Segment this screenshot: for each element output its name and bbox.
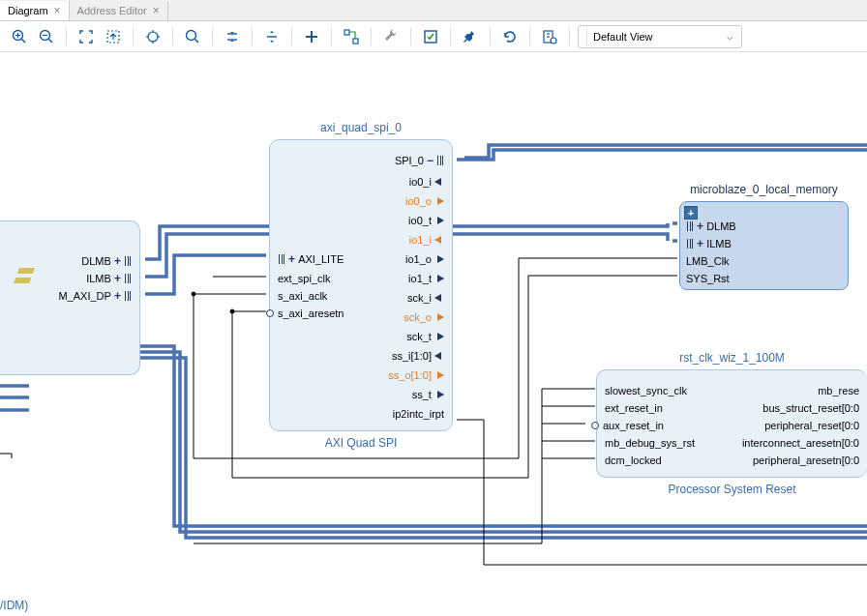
- block-caption: Processor System Reset: [597, 483, 867, 496]
- port-s-axi-aclk[interactable]: s_axi_aclk: [278, 287, 327, 305]
- port-sck-i[interactable]: sck_i: [407, 289, 444, 307]
- port-io0-t[interactable]: io0_t: [408, 212, 444, 229]
- port-s-axi-aresetn[interactable]: s_axi_aresetn: [278, 305, 344, 322]
- port-ext-spi-clk[interactable]: ext_spi_clk: [278, 270, 330, 287]
- svg-rect-20: [344, 30, 349, 35]
- port-ss-i[interactable]: ss_i[1:0]: [392, 347, 444, 365]
- footer-label: /IDM): [0, 599, 28, 612]
- svg-line-1: [22, 39, 26, 43]
- port-sck-o[interactable]: sck_o: [404, 308, 444, 326]
- block-title: axi_quad_spi_0: [270, 121, 452, 134]
- port-dcm-locked[interactable]: dcm_locked: [605, 452, 662, 469]
- expand-icon[interactable]: [260, 25, 284, 48]
- port-io1-i[interactable]: io1_i: [409, 231, 444, 249]
- settings-icon[interactable]: [538, 25, 561, 48]
- svg-point-28: [230, 309, 234, 313]
- add-icon[interactable]: [300, 25, 323, 48]
- port-io0-i[interactable]: io0_i: [409, 173, 444, 191]
- toolbar: Default View ⌵: [0, 21, 867, 52]
- svg-line-5: [49, 39, 53, 43]
- port-ext-reset-in[interactable]: ext_reset_in: [605, 399, 663, 417]
- port-dlmb[interactable]: + DLMB: [686, 218, 736, 235]
- ip-block-axi-quad-spi[interactable]: axi_quad_spi_0 AXI Quad SPI + AXI_LITE e…: [269, 139, 453, 431]
- tab-bar: Diagram × Address Editor ×: [0, 0, 867, 21]
- port-mb-reset[interactable]: mb_rese: [818, 382, 859, 399]
- ip-block-microblaze-stub[interactable]: DLMB + ILMB + M_AXI_DP +: [0, 220, 140, 375]
- tab-diagram[interactable]: Diagram ×: [0, 1, 70, 20]
- svg-point-13: [187, 30, 196, 40]
- port-ss-o[interactable]: ss_o[1:0]: [388, 367, 444, 384]
- svg-rect-21: [353, 39, 358, 44]
- validate-icon[interactable]: [419, 25, 442, 48]
- svg-point-26: [551, 38, 556, 44]
- port-ss-t[interactable]: ss_t: [412, 386, 444, 403]
- tab-address-editor[interactable]: Address Editor ×: [70, 1, 168, 20]
- chevron-down-icon: ⌵: [727, 30, 733, 43]
- collapse-icon[interactable]: [221, 25, 244, 48]
- port-lmb-clk[interactable]: LMB_Clk: [686, 252, 730, 270]
- view-selector[interactable]: Default View ⌵: [578, 25, 742, 48]
- ip-block-rst-clk-wiz[interactable]: rst_clk_wiz_1_100M Processor System Rese…: [596, 369, 867, 478]
- target-icon[interactable]: [141, 25, 164, 48]
- port-slowest-sync-clk[interactable]: slowest_sync_clk: [605, 382, 687, 399]
- search-icon[interactable]: [181, 25, 204, 48]
- pin-icon[interactable]: [459, 25, 482, 48]
- tab-label: Address Editor: [77, 5, 147, 16]
- port-dlmb[interactable]: DLMB +: [81, 252, 132, 270]
- chip-icon: [14, 268, 37, 285]
- zoom-select-icon[interactable]: [102, 25, 125, 48]
- wrench-icon[interactable]: [379, 25, 403, 48]
- port-ilmb[interactable]: + ILMB: [686, 235, 732, 252]
- port-aux-reset-in[interactable]: aux_reset_in: [605, 417, 664, 434]
- svg-line-14: [195, 39, 199, 43]
- connect-icon[interactable]: [340, 25, 363, 48]
- svg-rect-29: [17, 268, 35, 274]
- port-sys-rst[interactable]: SYS_Rst: [686, 270, 730, 287]
- block-caption: AXI Quad SPI: [270, 436, 452, 450]
- port-mb-debug-sys-rst[interactable]: mb_debug_sys_rst: [605, 434, 695, 452]
- view-selector-label: Default View: [593, 31, 653, 43]
- port-sck-t[interactable]: sck_t: [406, 328, 444, 345]
- close-icon[interactable]: ×: [54, 4, 61, 17]
- port-interconnect-aresetn[interactable]: interconnect_aresetn[0:0: [742, 434, 859, 452]
- port-io1-t[interactable]: io1_t: [408, 270, 444, 287]
- port-peripheral-aresetn[interactable]: peripheral_aresetn[0:0: [753, 452, 859, 469]
- ip-block-local-memory[interactable]: microblaze_0_local_memory + + DLMB + ILM…: [679, 201, 849, 290]
- refresh-icon[interactable]: [498, 25, 522, 48]
- port-axi-lite[interactable]: + AXI_LITE: [278, 250, 344, 268]
- port-bus-struct-reset[interactable]: bus_struct_reset[0:0: [762, 399, 859, 417]
- port-io0-o[interactable]: io0_o: [405, 192, 444, 210]
- close-icon[interactable]: ×: [153, 4, 160, 17]
- svg-rect-30: [14, 278, 31, 283]
- port-io1-o[interactable]: io1_o: [405, 250, 444, 268]
- zoom-fit-icon[interactable]: [75, 25, 98, 48]
- port-ip2intc-irpt[interactable]: ip2intc_irpt: [393, 405, 444, 423]
- zoom-in-icon[interactable]: [8, 25, 31, 48]
- block-title: rst_clk_wiz_1_100M: [597, 351, 867, 365]
- svg-point-8: [148, 32, 158, 42]
- tab-label: Diagram: [8, 5, 48, 16]
- diagram-canvas[interactable]: DLMB + ILMB + M_AXI_DP + axi_quad_spi_0 …: [0, 52, 867, 616]
- port-m-axi-dp[interactable]: M_AXI_DP +: [58, 287, 132, 305]
- port-spi-0[interactable]: SPI_0 −: [395, 152, 444, 169]
- block-title: microblaze_0_local_memory: [680, 183, 848, 196]
- svg-point-27: [192, 292, 195, 296]
- port-peripheral-reset[interactable]: peripheral_reset[0:0: [764, 417, 859, 434]
- zoom-out-icon[interactable]: [35, 25, 58, 48]
- port-ilmb[interactable]: ILMB +: [86, 270, 132, 287]
